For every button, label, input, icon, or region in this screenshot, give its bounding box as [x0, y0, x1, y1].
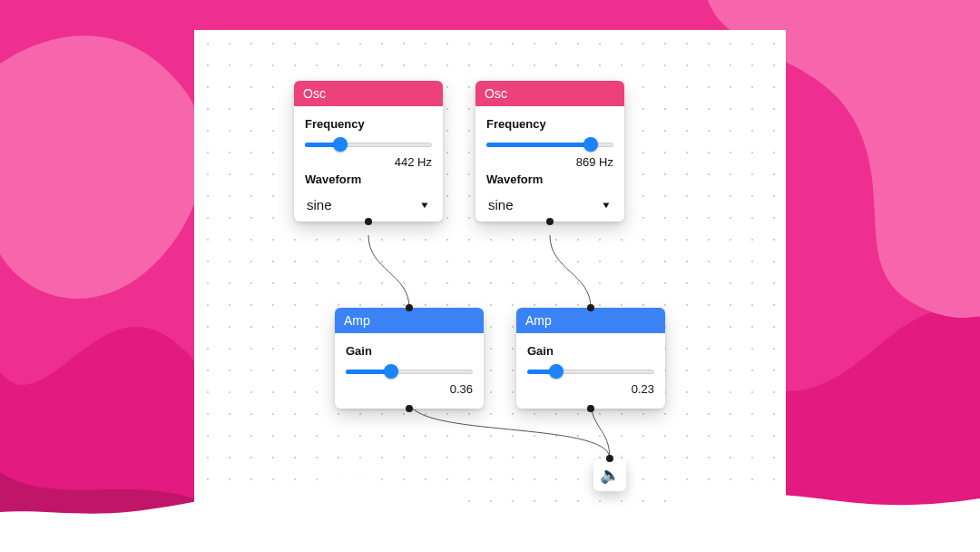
- node-osc-1-header[interactable]: Osc: [294, 81, 443, 106]
- node-amp-1[interactable]: Amp Gain 0.36: [335, 308, 484, 409]
- input-port[interactable]: [606, 455, 613, 462]
- node-title: Amp: [525, 313, 552, 328]
- waveform-select[interactable]: sine ▼: [305, 192, 432, 212]
- waveform-value: sine: [307, 197, 332, 212]
- gain-slider[interactable]: [346, 363, 473, 380]
- input-port[interactable]: [587, 304, 594, 311]
- frequency-label: Frequency: [486, 117, 613, 131]
- waveform-label: Waveform: [305, 172, 432, 186]
- chevron-down-icon: ▼: [601, 200, 612, 210]
- output-port[interactable]: [406, 405, 413, 412]
- node-amp-2-header[interactable]: Amp: [516, 308, 665, 333]
- gain-label: Gain: [346, 344, 473, 358]
- gain-value: 0.23: [527, 382, 654, 396]
- input-port[interactable]: [406, 304, 413, 311]
- node-amp-1-header[interactable]: Amp: [335, 308, 484, 333]
- node-osc-1[interactable]: Osc Frequency 442 Hz Waveform sine ▼: [294, 81, 443, 222]
- frequency-slider[interactable]: [486, 136, 613, 153]
- node-title: Osc: [303, 86, 326, 101]
- frequency-slider[interactable]: [305, 136, 432, 153]
- gain-value: 0.36: [346, 382, 473, 396]
- node-osc-2-header[interactable]: Osc: [475, 81, 624, 106]
- waveform-select[interactable]: sine ▼: [486, 192, 613, 212]
- chevron-down-icon: ▼: [419, 200, 430, 210]
- speaker-icon: 🔈: [600, 465, 620, 485]
- output-port[interactable]: [587, 405, 594, 412]
- frequency-label: Frequency: [305, 117, 432, 131]
- gain-label: Gain: [527, 344, 654, 358]
- output-port[interactable]: [546, 218, 554, 225]
- gain-slider[interactable]: [527, 363, 654, 380]
- waveform-value: sine: [488, 197, 514, 212]
- output-port[interactable]: [365, 218, 372, 225]
- node-amp-2[interactable]: Amp Gain 0.23: [516, 308, 665, 409]
- waveform-label: Waveform: [486, 172, 613, 186]
- node-title: Amp: [344, 313, 370, 328]
- frequency-value: 442 Hz: [305, 155, 432, 169]
- node-title: Osc: [485, 86, 507, 101]
- node-osc-2[interactable]: Osc Frequency 869 Hz Waveform sine ▼: [475, 81, 624, 222]
- frequency-value: 869 Hz: [486, 155, 613, 169]
- flow-canvas[interactable]: Osc Frequency 442 Hz Waveform sine ▼ Osc: [194, 30, 786, 552]
- node-output[interactable]: 🔈: [593, 458, 626, 491]
